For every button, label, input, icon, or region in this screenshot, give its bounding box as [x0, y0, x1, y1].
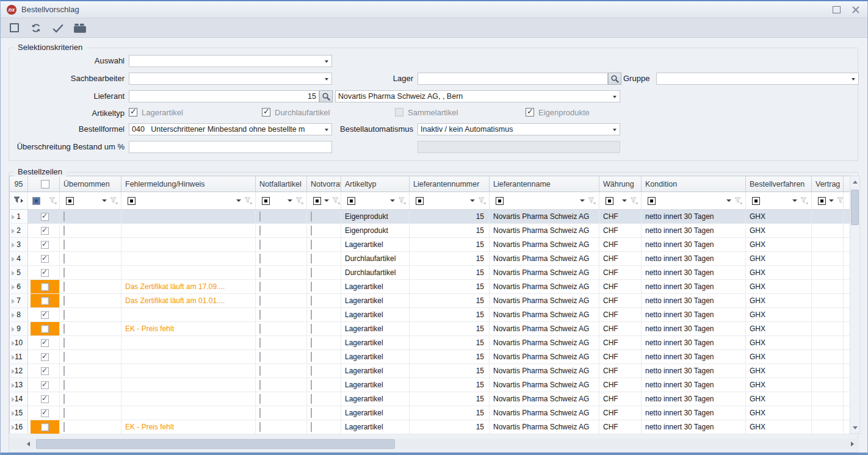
filter-cell-artikeltyp[interactable] [341, 192, 410, 210]
row-select-cell[interactable] [28, 224, 60, 238]
row-number[interactable]: 11 [10, 350, 28, 364]
auswahl-select[interactable] [129, 55, 332, 67]
uebernommen-checkbox[interactable] [63, 268, 65, 278]
lieferant-name-select[interactable]: Novartis Pharma Schweiz AG, , Bern [335, 90, 620, 102]
row-number[interactable]: 15 [10, 406, 28, 420]
row-number[interactable]: 8 [10, 308, 28, 322]
uebernommen-cell[interactable] [60, 378, 121, 392]
notvorrat-cell[interactable] [307, 294, 341, 308]
clear-filter-icon[interactable] [295, 197, 304, 205]
notvorrat-cell[interactable] [307, 378, 341, 392]
uebernommen-checkbox[interactable] [63, 310, 65, 320]
filter-box-icon[interactable] [66, 197, 74, 205]
filter-dropdown-icon[interactable] [792, 199, 797, 202]
filter-box-icon[interactable] [32, 197, 40, 205]
clear-filter-icon[interactable] [800, 197, 809, 205]
notvorrat-checkbox[interactable] [311, 268, 312, 278]
filter-box-icon[interactable] [128, 197, 136, 205]
notfallartikel-checkbox[interactable] [259, 394, 261, 404]
uebernommen-checkbox[interactable] [63, 394, 65, 404]
uebernommen-checkbox[interactable] [63, 282, 65, 292]
notfallartikel-checkbox[interactable] [259, 408, 261, 418]
filter-dropdown-icon[interactable] [580, 199, 585, 202]
column-header-vertrag[interactable]: Vertrag [812, 176, 844, 192]
notvorrat-checkbox[interactable] [311, 254, 312, 263]
table-row[interactable]: 14Lagerartikel15Novartis Pharma Schweiz … [10, 392, 850, 406]
filter-dropdown-icon[interactable] [324, 199, 329, 202]
select-all-header[interactable] [28, 176, 60, 192]
notfallartikel-cell[interactable] [256, 294, 307, 308]
filter-cell-lieferantennummer[interactable] [410, 192, 490, 210]
stop-button[interactable] [7, 21, 21, 35]
row-number[interactable]: 12 [10, 364, 28, 378]
row-number[interactable]: 7 [10, 294, 28, 308]
bestellautomatismus-select[interactable]: Inaktiv / kein Automatismus [418, 123, 620, 135]
row-select-cell[interactable] [28, 266, 60, 280]
filter-cell-fehlermeldung[interactable] [121, 192, 256, 210]
table-row[interactable]: 1Eigenprodukt15Novartis Pharma Schweiz A… [10, 210, 850, 224]
clear-filter-icon[interactable] [630, 197, 638, 205]
row-select-checkbox[interactable] [41, 269, 49, 277]
row-select-checkbox[interactable] [41, 423, 49, 431]
notfallartikel-checkbox[interactable] [259, 212, 261, 221]
apply-button[interactable] [51, 21, 65, 35]
filter-box-icon[interactable] [313, 197, 321, 205]
column-header-kondition[interactable]: Kondition [642, 176, 746, 192]
refresh-button[interactable] [29, 21, 43, 35]
filter-dropdown-icon[interactable] [288, 199, 292, 202]
filter-select-cell[interactable] [28, 192, 60, 210]
uebernommen-checkbox[interactable] [63, 240, 65, 249]
table-row[interactable]: 9EK - Preis fehltLagerartikel15Novartis … [10, 322, 850, 336]
sammelartikel-checkbox[interactable] [395, 108, 403, 116]
uebernommen-cell[interactable] [60, 308, 121, 322]
lieferant-number-input[interactable]: 15 [129, 90, 319, 102]
uebernommen-cell[interactable] [60, 266, 121, 280]
notvorrat-checkbox[interactable] [311, 408, 312, 418]
row-select-cell[interactable] [28, 322, 60, 336]
select-all-checkbox[interactable] [41, 180, 49, 188]
notfallartikel-checkbox[interactable] [259, 352, 261, 362]
row-select-cell[interactable] [28, 308, 60, 322]
scroll-left-icon[interactable] [21, 439, 35, 450]
clear-filter-icon[interactable] [398, 197, 407, 205]
horizontal-scrollbar[interactable] [9, 439, 859, 450]
notvorrat-checkbox[interactable] [311, 212, 312, 221]
uebernommen-cell[interactable] [60, 224, 121, 238]
archive-button[interactable] [73, 21, 87, 35]
column-header-uebernommen[interactable]: Übernommen [60, 176, 121, 192]
row-select-cell[interactable] [28, 364, 60, 378]
scroll-up-icon[interactable] [850, 177, 859, 187]
notfallartikel-cell[interactable] [256, 406, 307, 420]
clear-filter-icon[interactable] [332, 197, 341, 205]
filter-cell-uebernommen[interactable] [60, 192, 121, 210]
notfallartikel-cell[interactable] [256, 350, 307, 364]
notvorrat-cell[interactable] [307, 420, 341, 434]
row-select-checkbox[interactable] [41, 409, 49, 417]
notvorrat-cell[interactable] [307, 406, 341, 420]
uebernommen-cell[interactable] [60, 336, 121, 350]
notfallartikel-checkbox[interactable] [259, 296, 261, 306]
table-row[interactable]: 2Eigenprodukt15Novartis Pharma Schweiz A… [10, 224, 850, 238]
notfallartikel-checkbox[interactable] [259, 282, 261, 292]
notvorrat-cell[interactable] [307, 336, 341, 350]
horizontal-scroll-thumb[interactable] [36, 439, 395, 449]
notvorrat-cell[interactable] [307, 266, 341, 280]
uebernommen-cell[interactable] [60, 280, 121, 294]
notfallartikel-cell[interactable] [256, 364, 307, 378]
filter-cell-vertrag[interactable] [812, 192, 844, 210]
filter-cell-kondition[interactable] [642, 192, 746, 210]
column-header-fehlermeldung[interactable]: Fehlermeldung/Hinweis [121, 176, 256, 192]
notvorrat-checkbox[interactable] [311, 282, 312, 292]
row-number[interactable]: 16 [10, 420, 28, 434]
notvorrat-checkbox[interactable] [311, 422, 312, 432]
uebernommen-checkbox[interactable] [63, 338, 65, 348]
notvorrat-checkbox[interactable] [311, 366, 312, 376]
uebernommen-checkbox[interactable] [63, 296, 65, 306]
column-header-notfallartikel[interactable]: Notfallartikel [256, 176, 307, 192]
notfallartikel-checkbox[interactable] [259, 324, 261, 334]
scroll-right-icon[interactable] [845, 439, 859, 450]
uebernommen-checkbox[interactable] [63, 324, 65, 334]
filter-cell-waehrung[interactable] [599, 192, 642, 210]
filter-menu-icon[interactable] [13, 196, 24, 204]
notfallartikel-checkbox[interactable] [259, 366, 261, 376]
